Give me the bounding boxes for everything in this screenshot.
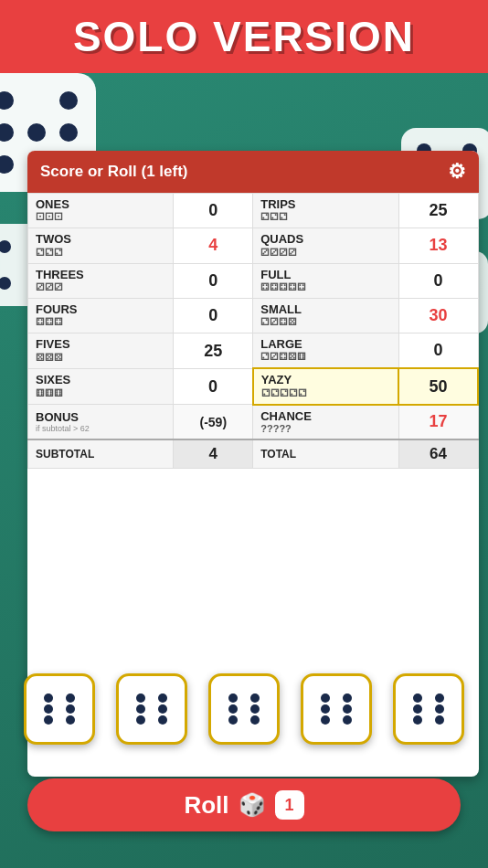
svg-point-57 [413,693,422,703]
score-table: ONES ⚀⚀⚀ 0 TRIPS ⚁⚁⚁ 25 TWOS ⚁⚁⚁ 4 QUADS [27,193,479,469]
threes-value[interactable]: 0 [174,263,253,298]
fours-category[interactable]: FOURS ⚃⚃⚃ [28,298,174,333]
roll-button[interactable]: Roll 🎲 1 [27,778,461,831]
svg-point-40 [158,693,167,703]
yazy-value[interactable]: 50 [398,368,478,404]
svg-point-42 [158,704,167,714]
chance-value[interactable]: 17 [398,405,478,439]
small-value[interactable]: 30 [398,298,478,333]
svg-point-52 [343,693,352,703]
twos-category[interactable]: TWOS ⚁⚁⚁ [28,228,174,263]
sixes-category[interactable]: SIXES ⚅⚅⚅ [28,368,174,404]
table-row: FOURS ⚃⚃⚃ 0 SMALL ⚁⚂⚃⚄ 30 [28,298,479,333]
yazy-category[interactable]: YAZY ⚁⚁⚁⚁⚁ [253,368,398,404]
svg-point-56 [343,715,352,725]
table-row: THREES ⚂⚂⚂ 0 FULL ⚃⚃⚃⚃⚃ 0 [28,263,479,298]
svg-point-55 [321,715,330,725]
die-1[interactable] [24,673,95,745]
chance-category[interactable]: CHANCE ????? [253,405,398,439]
dice-section [14,673,474,745]
svg-point-51 [321,693,330,703]
small-category[interactable]: SMALL ⚁⚂⚃⚄ [253,298,398,333]
svg-point-2 [27,123,46,142]
svg-point-44 [158,715,167,725]
table-row: TWOS ⚁⚁⚁ 4 QUADS ⚂⚂⚂⚂ 13 [28,228,479,263]
quads-value[interactable]: 13 [398,228,478,263]
large-category[interactable]: LARGE ⚁⚂⚃⚄⚅ [253,333,398,369]
header-title: SOLO VERSION [73,12,415,61]
die-3[interactable] [208,673,280,745]
table-row: SIXES ⚅⚅⚅ 0 YAZY ⚁⚁⚁⚁⚁ 50 [28,368,479,404]
twos-value[interactable]: 4 [174,228,253,263]
bonus-value[interactable]: (-59) [174,405,253,439]
fives-value[interactable]: 25 [174,333,253,369]
svg-point-53 [321,704,330,714]
header: SOLO VERSION [0,0,488,73]
total-label: TOTAL [253,439,398,469]
svg-point-50 [250,715,260,725]
svg-point-49 [228,715,238,725]
trips-value[interactable]: 25 [398,194,478,228]
svg-point-38 [66,715,75,725]
large-value[interactable]: 0 [398,333,478,369]
full-value[interactable]: 0 [398,263,478,298]
roll-count-badge: 1 [275,790,304,820]
fives-category[interactable]: FIVES ⚄⚄⚄ [28,333,174,369]
die-4[interactable] [301,673,372,745]
die-5[interactable] [393,673,464,745]
die-2[interactable] [116,673,187,745]
quads-category[interactable]: QUADS ⚂⚂⚂⚂ [253,228,398,263]
svg-point-34 [66,693,75,703]
total-value: 64 [398,439,478,469]
score-bar-text: Score or Roll (1 left) [40,163,188,181]
threes-category[interactable]: THREES ⚂⚂⚂ [28,263,174,298]
full-category[interactable]: FULL ⚃⚃⚃⚃⚃ [253,263,398,298]
svg-point-3 [59,91,78,110]
table-row-bonus: BONUS if subtotal > 62 (-59) CHANCE ????… [28,405,479,439]
roll-icon: 🎲 [239,792,266,818]
score-bar: Score or Roll (1 left) ⚙ [27,151,479,193]
ones-category[interactable]: ONES ⚀⚀⚀ [28,194,174,228]
svg-point-60 [435,704,444,714]
totals-row: SUBTOTAL 4 TOTAL 64 [28,439,479,469]
trips-category[interactable]: TRIPS ⚁⚁⚁ [253,194,398,228]
fours-value[interactable]: 0 [174,298,253,333]
svg-point-39 [136,693,145,703]
svg-point-5 [59,123,78,142]
svg-point-46 [250,693,260,703]
sixes-value[interactable]: 0 [174,368,253,404]
svg-point-36 [66,704,75,714]
svg-point-48 [250,704,260,714]
roll-button-label: Roll [184,791,228,820]
svg-point-41 [136,704,145,714]
svg-point-61 [413,715,422,725]
table-row: ONES ⚀⚀⚀ 0 TRIPS ⚁⚁⚁ 25 [28,194,479,228]
svg-point-59 [413,704,422,714]
table-row: FIVES ⚄⚄⚄ 25 LARGE ⚁⚂⚃⚄⚅ 0 [28,333,479,369]
bonus-category[interactable]: BONUS if subtotal > 62 [28,405,174,439]
settings-icon[interactable]: ⚙ [448,160,466,184]
svg-point-37 [44,715,53,725]
ones-value[interactable]: 0 [174,194,253,228]
svg-point-54 [343,704,352,714]
subtotal-label: SUBTOTAL [28,439,174,469]
svg-point-45 [228,693,238,703]
svg-point-43 [136,715,145,725]
subtotal-value: 4 [174,439,253,469]
svg-point-58 [435,693,444,703]
svg-point-33 [44,693,53,703]
svg-point-62 [435,715,444,725]
svg-point-47 [228,704,238,714]
svg-point-35 [44,704,53,714]
